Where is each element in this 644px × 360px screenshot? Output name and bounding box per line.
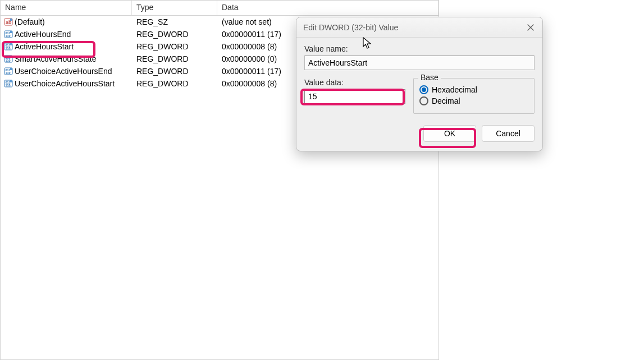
- row-type: REG_DWORD: [132, 30, 217, 39]
- row-type: REG_DWORD: [132, 54, 217, 63]
- row-name: SmartActiveHoursState: [15, 54, 97, 63]
- row-name: (Default): [15, 17, 45, 26]
- base-group: Base Hexadecimal Decimal: [413, 78, 535, 114]
- reg-dword-icon: 011110: [4, 30, 13, 39]
- value-name-field[interactable]: [304, 56, 535, 70]
- svg-text:110: 110: [6, 59, 11, 62]
- column-header-name[interactable]: Name: [1, 1, 132, 15]
- svg-text:110: 110: [6, 84, 11, 87]
- row-type: REG_DWORD: [132, 79, 217, 88]
- close-icon[interactable]: [526, 22, 536, 33]
- radio-dec-label: Decimal: [432, 96, 460, 105]
- dialog-titlebar[interactable]: Edit DWORD (32-bit) Value: [296, 17, 542, 38]
- svg-rect-14: [10, 56, 12, 58]
- reg-dword-icon: 011110: [4, 42, 13, 51]
- radio-unchecked-icon: [419, 96, 428, 105]
- radio-checked-icon: [419, 85, 428, 94]
- row-type: REG_SZ: [132, 17, 217, 26]
- radio-hex-label: Hexadecimal: [432, 85, 477, 94]
- svg-rect-22: [10, 80, 12, 82]
- svg-rect-10: [10, 43, 12, 45]
- svg-text:110: 110: [6, 34, 11, 38]
- row-type: REG_DWORD: [132, 67, 217, 76]
- reg-string-icon: ab: [4, 17, 13, 26]
- value-name-label: Value name:: [304, 44, 535, 53]
- ok-button[interactable]: OK: [423, 125, 476, 142]
- value-data-field[interactable]: [304, 89, 405, 104]
- reg-dword-icon: 011110: [4, 67, 13, 76]
- column-header-type[interactable]: Type: [132, 1, 217, 15]
- reg-dword-icon: 011110: [4, 79, 13, 88]
- edit-dword-dialog: Edit DWORD (32-bit) Value Value name: Va…: [296, 17, 543, 151]
- reg-dword-icon: 011110: [4, 54, 13, 63]
- base-legend: Base: [418, 73, 441, 82]
- row-name: UserChoiceActiveHoursStart: [15, 79, 115, 88]
- svg-rect-6: [10, 31, 12, 33]
- registry-column-headers: Name Type Data: [1, 0, 439, 16]
- radio-decimal[interactable]: Decimal: [419, 96, 529, 105]
- value-data-label: Value data:: [304, 78, 405, 87]
- dialog-title: Edit DWORD (32-bit) Value: [303, 23, 398, 32]
- svg-text:110: 110: [6, 71, 11, 75]
- svg-text:110: 110: [6, 47, 11, 50]
- row-type: REG_DWORD: [132, 42, 217, 51]
- row-name: ActiveHoursStart: [15, 42, 74, 51]
- row-name: UserChoiceActiveHoursEnd: [15, 67, 112, 76]
- radio-hexadecimal[interactable]: Hexadecimal: [419, 85, 529, 94]
- svg-rect-18: [10, 68, 12, 70]
- row-name: ActiveHoursEnd: [15, 30, 71, 39]
- svg-rect-2: [10, 19, 12, 21]
- cancel-button[interactable]: Cancel: [482, 125, 535, 142]
- column-header-data[interactable]: Data: [217, 1, 439, 15]
